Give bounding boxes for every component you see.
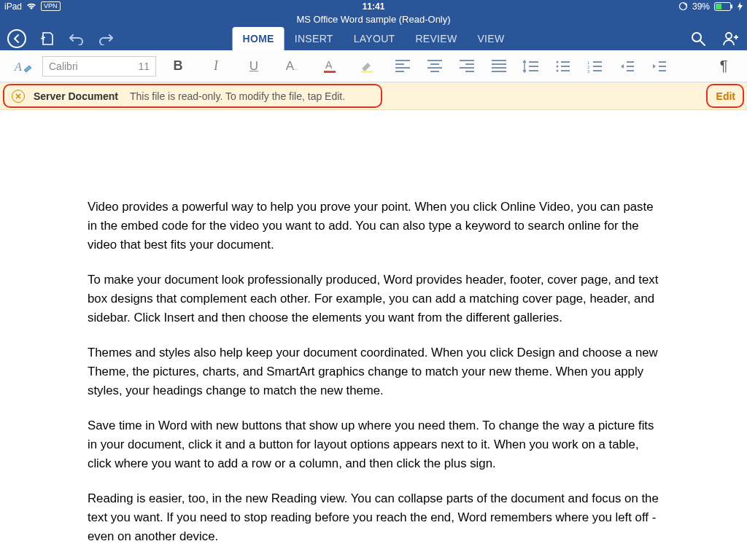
font-selector[interactable]: Calibri 11 [42, 56, 156, 77]
highlight-button[interactable] [352, 53, 384, 79]
tab-home[interactable]: HOME [233, 27, 285, 50]
charging-icon [738, 2, 743, 11]
svg-point-11 [557, 65, 559, 67]
bold-button[interactable]: B [162, 53, 194, 79]
tab-view[interactable]: VIEW [467, 27, 514, 50]
font-name: Calibri [49, 61, 78, 72]
bullet-list-button[interactable] [550, 53, 576, 79]
paragraph-marks-button[interactable]: ¶ [711, 53, 737, 79]
svg-point-10 [557, 61, 559, 63]
ios-status-bar: iPad VPN 11:41 39% [0, 0, 747, 12]
text-styles-button[interactable]: A [10, 53, 36, 79]
app-top-bar: HOME INSERT LAYOUT REVIEW VIEW [0, 27, 747, 50]
close-notice-icon[interactable] [12, 90, 25, 103]
ribbon-tabs: HOME INSERT LAYOUT REVIEW VIEW [233, 27, 515, 50]
document-canvas[interactable]: Video provides a powerful way to help yo… [0, 110, 747, 560]
svg-rect-9 [361, 71, 373, 73]
decrease-indent-button[interactable] [614, 53, 640, 79]
svg-point-5 [726, 33, 732, 39]
line-spacing-button[interactable] [518, 53, 544, 79]
align-left-button[interactable] [390, 53, 416, 79]
paragraph[interactable]: To make your document look professionall… [88, 271, 659, 327]
svg-rect-8 [324, 71, 336, 73]
file-button[interactable] [39, 31, 55, 46]
status-time: 11:41 [363, 1, 385, 12]
svg-rect-2 [716, 4, 721, 9]
svg-text:A: A [325, 59, 333, 71]
font-size: 11 [138, 61, 150, 72]
underline-button[interactable]: U [238, 53, 270, 79]
notice-text: This file is read-only. To modify the fi… [130, 90, 345, 102]
paragraph[interactable]: Video provides a powerful way to help yo… [88, 198, 659, 254]
svg-text:3: 3 [587, 69, 590, 73]
svg-text:A: A [14, 61, 22, 73]
undo-button[interactable] [69, 32, 85, 45]
numbered-list-button[interactable]: 123 [582, 53, 608, 79]
tab-layout[interactable]: LAYOUT [344, 27, 406, 50]
sync-icon [678, 1, 688, 11]
tab-review[interactable]: REVIEW [405, 27, 467, 50]
italic-button[interactable]: I [200, 53, 232, 79]
battery-percent: 39% [692, 1, 710, 12]
document-title: MS Office Word sample (Read-Only) [0, 12, 747, 27]
ribbon-home: A Calibri 11 B I U A.. A 123 ¶ [0, 50, 747, 82]
align-center-button[interactable] [422, 53, 448, 79]
share-user-button[interactable] [722, 31, 740, 47]
align-justify-button[interactable] [486, 53, 512, 79]
notice-title: Server Document [34, 90, 118, 102]
edit-button[interactable]: Edit [713, 90, 738, 102]
align-right-button[interactable] [454, 53, 480, 79]
svg-point-4 [692, 33, 701, 42]
increase-indent-button[interactable] [646, 53, 673, 79]
back-button[interactable] [7, 29, 26, 48]
readonly-notice-bar: Server Document This file is read-only. … [0, 82, 747, 110]
redo-button[interactable] [98, 32, 114, 45]
font-color-button[interactable]: A [314, 53, 346, 79]
paragraph[interactable]: Save time in Word with new buttons that … [88, 416, 659, 473]
paragraph[interactable]: Reading is easier, too, in the new Readi… [88, 489, 659, 546]
document-page[interactable]: Video provides a powerful way to help yo… [0, 110, 747, 560]
search-button[interactable] [690, 31, 706, 47]
device-label: iPad [4, 1, 22, 12]
font-format-button[interactable]: A.. [276, 53, 308, 79]
svg-rect-3 [731, 4, 732, 8]
battery-icon [714, 2, 733, 11]
svg-point-12 [557, 69, 559, 71]
vpn-badge: VPN [41, 1, 61, 11]
paragraph[interactable]: Themes and styles also help keep your do… [88, 343, 659, 400]
tab-insert[interactable]: INSERT [285, 27, 344, 50]
wifi-icon [26, 3, 36, 10]
